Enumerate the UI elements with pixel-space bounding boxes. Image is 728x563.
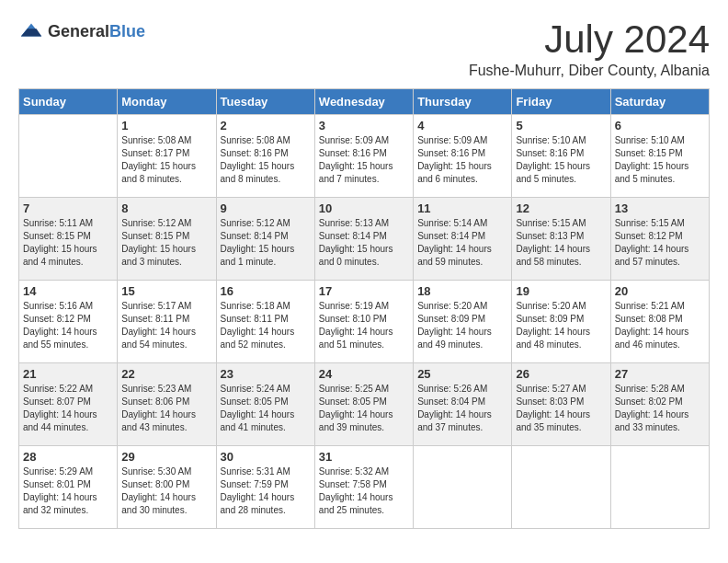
day-number: 12 [516, 201, 606, 215]
cell-content: Sunrise: 5:11 AMSunset: 8:15 PMDaylight:… [23, 217, 113, 269]
calendar-cell: 25Sunrise: 5:26 AMSunset: 8:04 PMDayligh… [414, 363, 512, 446]
calendar-cell: 28Sunrise: 5:29 AMSunset: 8:01 PMDayligh… [19, 446, 118, 529]
calendar-cell: 6Sunrise: 5:10 AMSunset: 8:15 PMDaylight… [610, 115, 709, 198]
calendar-cell: 4Sunrise: 5:09 AMSunset: 8:16 PMDaylight… [414, 115, 512, 198]
day-number: 10 [319, 201, 409, 215]
cell-content: Sunrise: 5:10 AMSunset: 8:16 PMDaylight:… [516, 134, 606, 186]
day-number: 5 [516, 119, 606, 132]
calendar-cell: 2Sunrise: 5:08 AMSunset: 8:16 PMDaylight… [216, 115, 314, 198]
cell-content: Sunrise: 5:20 AMSunset: 8:09 PMDaylight:… [417, 300, 507, 351]
cell-content: Sunrise: 5:18 AMSunset: 8:11 PMDaylight:… [221, 300, 311, 351]
cell-content: Sunrise: 5:15 AMSunset: 8:13 PMDaylight:… [516, 217, 606, 269]
header-cell-tuesday: Tuesday [216, 89, 314, 115]
calendar-cell: 7Sunrise: 5:11 AMSunset: 8:15 PMDaylight… [19, 198, 118, 281]
calendar-cell: 30Sunrise: 5:31 AMSunset: 7:59 PMDayligh… [216, 446, 314, 529]
day-number: 21 [23, 367, 113, 381]
header-cell-monday: Monday [118, 89, 216, 115]
day-number: 22 [121, 367, 211, 381]
cell-content: Sunrise: 5:08 AMSunset: 8:16 PMDaylight:… [221, 134, 311, 186]
title-area: July 2024 Fushe-Muhurr, Diber County, Al… [469, 18, 710, 79]
day-number: 1 [121, 119, 211, 132]
calendar-cell: 10Sunrise: 5:13 AMSunset: 8:14 PMDayligh… [314, 198, 413, 281]
calendar-cell: 9Sunrise: 5:12 AMSunset: 8:14 PMDaylight… [216, 198, 314, 281]
cell-content: Sunrise: 5:15 AMSunset: 8:12 PMDaylight:… [615, 217, 705, 269]
header-cell-saturday: Saturday [610, 89, 709, 115]
day-number: 13 [615, 201, 705, 215]
day-number: 29 [121, 450, 211, 464]
cell-content: Sunrise: 5:10 AMSunset: 8:15 PMDaylight:… [615, 134, 705, 186]
cell-content: Sunrise: 5:23 AMSunset: 8:06 PMDaylight:… [121, 383, 211, 434]
calendar-table: SundayMondayTuesdayWednesdayThursdayFrid… [18, 88, 710, 529]
day-number: 30 [221, 450, 311, 464]
header: GeneralBlue July 2024 Fushe-Muhurr, Dibe… [18, 18, 710, 79]
cell-content: Sunrise: 5:21 AMSunset: 8:08 PMDaylight:… [615, 300, 705, 351]
cell-content: Sunrise: 5:27 AMSunset: 8:03 PMDaylight:… [516, 383, 606, 434]
month-title: July 2024 [469, 18, 710, 61]
header-row: SundayMondayTuesdayWednesdayThursdayFrid… [19, 89, 710, 115]
header-cell-friday: Friday [512, 89, 610, 115]
cell-content: Sunrise: 5:16 AMSunset: 8:12 PMDaylight:… [23, 300, 113, 351]
day-number: 7 [23, 201, 113, 215]
calendar-cell: 12Sunrise: 5:15 AMSunset: 8:13 PMDayligh… [512, 198, 610, 281]
day-number: 4 [417, 119, 507, 132]
calendar-cell: 16Sunrise: 5:18 AMSunset: 8:11 PMDayligh… [216, 281, 314, 363]
day-number: 8 [121, 201, 211, 215]
week-row-5: 28Sunrise: 5:29 AMSunset: 8:01 PMDayligh… [19, 446, 710, 529]
cell-content: Sunrise: 5:12 AMSunset: 8:15 PMDaylight:… [121, 217, 211, 269]
cell-content: Sunrise: 5:25 AMSunset: 8:05 PMDaylight:… [319, 383, 409, 434]
calendar-cell: 24Sunrise: 5:25 AMSunset: 8:05 PMDayligh… [314, 363, 413, 446]
calendar-cell: 8Sunrise: 5:12 AMSunset: 8:15 PMDaylight… [118, 198, 216, 281]
week-row-4: 21Sunrise: 5:22 AMSunset: 8:07 PMDayligh… [19, 363, 710, 446]
cell-content: Sunrise: 5:26 AMSunset: 8:04 PMDaylight:… [417, 383, 507, 434]
cell-content: Sunrise: 5:17 AMSunset: 8:11 PMDaylight:… [121, 300, 211, 351]
day-number: 2 [221, 119, 311, 132]
day-number: 14 [23, 284, 113, 298]
day-number: 27 [615, 367, 705, 381]
day-number: 20 [615, 284, 705, 298]
week-row-1: 1Sunrise: 5:08 AMSunset: 8:17 PMDaylight… [19, 115, 710, 198]
week-row-3: 14Sunrise: 5:16 AMSunset: 8:12 PMDayligh… [19, 281, 710, 363]
calendar-cell: 18Sunrise: 5:20 AMSunset: 8:09 PMDayligh… [414, 281, 512, 363]
calendar-cell: 22Sunrise: 5:23 AMSunset: 8:06 PMDayligh… [118, 363, 216, 446]
cell-content: Sunrise: 5:20 AMSunset: 8:09 PMDaylight:… [516, 300, 606, 351]
logo-general: GeneralBlue [48, 23, 145, 40]
cell-content: Sunrise: 5:24 AMSunset: 8:05 PMDaylight:… [221, 383, 311, 434]
calendar-cell: 19Sunrise: 5:20 AMSunset: 8:09 PMDayligh… [512, 281, 610, 363]
week-row-2: 7Sunrise: 5:11 AMSunset: 8:15 PMDaylight… [19, 198, 710, 281]
day-number: 26 [516, 367, 606, 381]
day-number: 9 [221, 201, 311, 215]
calendar-cell: 15Sunrise: 5:17 AMSunset: 8:11 PMDayligh… [118, 281, 216, 363]
cell-content: Sunrise: 5:09 AMSunset: 8:16 PMDaylight:… [417, 134, 507, 186]
cell-content: Sunrise: 5:31 AMSunset: 7:59 PMDaylight:… [221, 465, 311, 517]
day-number: 11 [417, 201, 507, 215]
calendar-cell: 3Sunrise: 5:09 AMSunset: 8:16 PMDaylight… [314, 115, 413, 198]
cell-content: Sunrise: 5:12 AMSunset: 8:14 PMDaylight:… [221, 217, 311, 269]
calendar-cell: 31Sunrise: 5:32 AMSunset: 7:58 PMDayligh… [314, 446, 413, 529]
day-number: 18 [417, 284, 507, 298]
cell-content: Sunrise: 5:22 AMSunset: 8:07 PMDaylight:… [23, 383, 113, 434]
cell-content: Sunrise: 5:28 AMSunset: 8:02 PMDaylight:… [615, 383, 705, 434]
calendar-cell: 5Sunrise: 5:10 AMSunset: 8:16 PMDaylight… [512, 115, 610, 198]
calendar-cell [610, 446, 709, 529]
cell-content: Sunrise: 5:13 AMSunset: 8:14 PMDaylight:… [319, 217, 409, 269]
day-number: 6 [615, 119, 705, 132]
calendar-cell: 27Sunrise: 5:28 AMSunset: 8:02 PMDayligh… [610, 363, 709, 446]
cell-content: Sunrise: 5:19 AMSunset: 8:10 PMDaylight:… [319, 300, 409, 351]
day-number: 3 [319, 119, 409, 132]
header-cell-wednesday: Wednesday [314, 89, 413, 115]
header-cell-sunday: Sunday [19, 89, 118, 115]
calendar-cell [19, 115, 118, 198]
calendar-cell: 1Sunrise: 5:08 AMSunset: 8:17 PMDaylight… [118, 115, 216, 198]
header-cell-thursday: Thursday [414, 89, 512, 115]
day-number: 24 [319, 367, 409, 381]
calendar-cell: 21Sunrise: 5:22 AMSunset: 8:07 PMDayligh… [19, 363, 118, 446]
logo-icon [18, 18, 44, 44]
cell-content: Sunrise: 5:30 AMSunset: 8:00 PMDaylight:… [121, 465, 211, 517]
calendar-cell: 26Sunrise: 5:27 AMSunset: 8:03 PMDayligh… [512, 363, 610, 446]
calendar-cell: 20Sunrise: 5:21 AMSunset: 8:08 PMDayligh… [610, 281, 709, 363]
cell-content: Sunrise: 5:14 AMSunset: 8:14 PMDaylight:… [417, 217, 507, 269]
day-number: 16 [221, 284, 311, 298]
calendar-cell: 13Sunrise: 5:15 AMSunset: 8:12 PMDayligh… [610, 198, 709, 281]
logo: GeneralBlue [18, 18, 145, 44]
calendar-cell: 11Sunrise: 5:14 AMSunset: 8:14 PMDayligh… [414, 198, 512, 281]
